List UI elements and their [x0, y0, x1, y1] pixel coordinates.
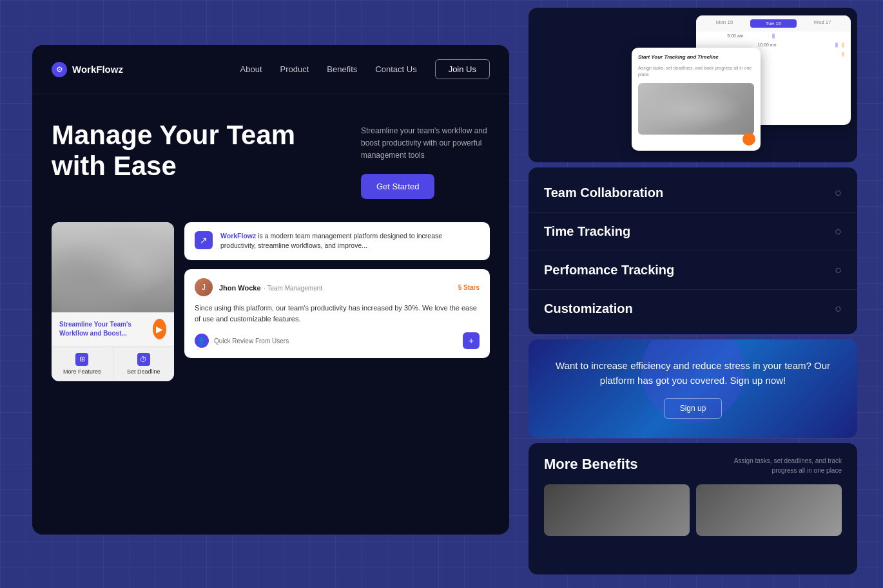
task-card: Start Your Tracking and Timeline Assign … [632, 48, 761, 151]
hands-illustration [52, 222, 174, 312]
card-image [52, 222, 174, 312]
more-features-button[interactable]: ⊞ More Features [52, 346, 113, 381]
user-icon: 👤 [195, 334, 209, 348]
left-panel: ⚙ WorkFlowz About Product Benefits Conta… [32, 45, 509, 535]
get-started-button[interactable]: Get Started [361, 174, 434, 199]
hero-section: Manage Your Team with Ease Streamline yo… [32, 94, 509, 212]
cal-cell-8 [772, 52, 838, 57]
task-card-text: Assign tasks, set deadlines, and track p… [638, 65, 754, 78]
calendar-header: Mon 15 Tue 16 Wed 17 [696, 15, 851, 32]
cta-text: Want to increase efficiency and reduce s… [547, 359, 839, 388]
cards-area: Streamline Your Team's Workflow and Boos… [32, 212, 509, 394]
feature-time-tracking[interactable]: Time Tracking ○ [529, 213, 857, 251]
nav-product[interactable]: Product [280, 64, 309, 74]
feature-label-1: Team Collaboration [544, 185, 663, 200]
feature-icon-1: ○ [835, 186, 842, 200]
benefits-subtitle: Assign tasks, set deadlines, and track p… [726, 456, 842, 475]
cal-event-2 [835, 43, 838, 48]
features-section: Team Collaboration ○ Time Tracking ○ Per… [529, 167, 857, 334]
dashboard-preview-card: Mon 15 Tue 16 Wed 17 9:00 am 10:00 am 11… [529, 8, 857, 162]
review-footer-text: Quick Review From Users [214, 337, 289, 345]
card-bottom-text: Streamline Your Team's Workflow and Boos… [59, 320, 153, 338]
card-buttons-row: ⊞ More Features ⏱ Set Deadline [52, 346, 174, 381]
deadline-icon: ⏱ [137, 353, 150, 366]
nav-benefits[interactable]: Benefits [327, 64, 357, 74]
cta-section: Want to increase efficiency and reduce s… [529, 339, 857, 438]
stars-label: 5 Stars [458, 284, 480, 291]
logo-icon: ⚙ [52, 62, 67, 77]
dashboard-preview: Mon 15 Tue 16 Wed 17 9:00 am 10:00 am 11… [632, 15, 851, 151]
cal-cell-4: 10:00 am [703, 43, 831, 48]
cal-event-1 [772, 33, 775, 39]
hero-right: Streamline your team's workflow and boos… [348, 120, 490, 199]
hero-subtitle: Streamline your team's workflow and boos… [361, 125, 490, 162]
hero-title: Manage Your Team with Ease [52, 120, 348, 182]
review-text: Since using this platform, our team's pr… [195, 303, 480, 325]
feature-label-4: Customization [544, 301, 633, 316]
card-right: ↗ WorkFlowz is a modern team management … [184, 222, 490, 381]
review-footer: 👤 Quick Review From Users + [195, 332, 480, 349]
nav-links: About Product Benefits Contact Us [240, 64, 417, 74]
logo[interactable]: ⚙ WorkFlowz [52, 62, 123, 77]
signup-button[interactable]: Sign up [664, 398, 723, 419]
feature-icon-3: ○ [835, 263, 842, 277]
info-text: WorkFlowz is a modern team management pl… [220, 231, 480, 252]
benefits-section: More Benefits Assign tasks, set deadline… [529, 443, 857, 574]
benefits-title: More Benefits [544, 456, 637, 473]
cal-cell-12 [800, 61, 844, 65]
info-card: ↗ WorkFlowz is a modern team management … [184, 222, 490, 261]
features-icon: ⊞ [75, 353, 88, 366]
feature-team-collaboration[interactable]: Team Collaboration ○ [529, 174, 857, 213]
add-review-button[interactable]: + [463, 332, 480, 349]
nav-about[interactable]: About [240, 64, 262, 74]
card-left: Streamline Your Team's Workflow and Boos… [52, 222, 174, 381]
cal-event-3 [842, 43, 844, 48]
nav-contact[interactable]: Contact Us [375, 64, 416, 74]
card-bottom: Streamline Your Team's Workflow and Boos… [52, 312, 174, 346]
info-icon: ↗ [195, 231, 213, 249]
hero-left: Manage Your Team with Ease [52, 120, 348, 182]
reviewer-tag: · Team Management [264, 285, 322, 292]
join-us-button[interactable]: Join Us [435, 59, 490, 79]
review-card: J Jhon Wocke · Team Management 5 Stars S… [184, 269, 490, 358]
cal-event-4 [842, 52, 844, 57]
set-deadline-button[interactable]: ⏱ Set Deadline [113, 346, 175, 381]
review-footer-left: 👤 Quick Review From Users [195, 334, 289, 348]
reviewer-avatar: J [195, 278, 213, 296]
card-bottom-row: Streamline Your Team's Workflow and Boos… [59, 319, 166, 339]
feature-label-2: Time Tracking [544, 224, 630, 239]
feature-customization[interactable]: Customization ○ [529, 290, 857, 328]
cal-day-3: Wed 17 [801, 19, 844, 28]
orange-circle-icon: ▶ [153, 319, 166, 339]
benefits-images [544, 484, 842, 536]
benefits-header: More Benefits Assign tasks, set deadline… [544, 456, 842, 475]
cal-day-2: Tue 16 [750, 19, 797, 28]
benefit-image-2 [696, 484, 842, 536]
cal-day-1: Mon 15 [703, 19, 746, 28]
feature-label-3: Perfomance Tracking [544, 263, 674, 278]
cal-cell-3 [779, 33, 844, 39]
cal-cell-1: 9:00 am [703, 33, 768, 39]
task-card-title: Start Your Tracking and Timeline [638, 54, 754, 60]
feature-icon-2: ○ [835, 225, 842, 238]
logo-text: WorkFlowz [72, 64, 123, 75]
reviewer-row: J Jhon Wocke · Team Management 5 Stars [195, 278, 480, 296]
task-card-image [638, 83, 754, 135]
task-card-image-inner [638, 83, 754, 135]
navbar: ⚙ WorkFlowz About Product Benefits Conta… [32, 45, 509, 94]
feature-performance-tracking[interactable]: Perfomance Tracking ○ [529, 251, 857, 290]
reviewer-info: Jhon Wocke · Team Management [219, 281, 322, 293]
task-card-dot [742, 133, 755, 146]
right-panel: Mon 15 Tue 16 Wed 17 9:00 am 10:00 am 11… [529, 8, 857, 574]
benefit-image-1 [544, 484, 690, 536]
feature-icon-4: ○ [835, 302, 842, 316]
cal-row-1: 9:00 am [696, 32, 851, 41]
reviewer-name: Jhon Wocke [219, 284, 261, 292]
